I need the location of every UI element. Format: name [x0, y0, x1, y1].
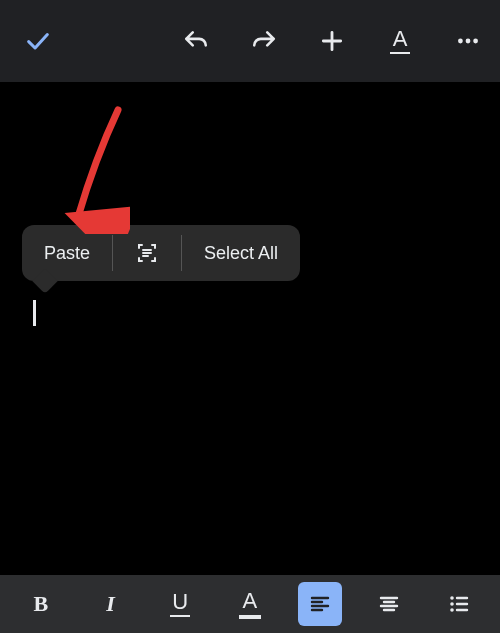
paste-button[interactable]: Paste [22, 225, 112, 281]
scan-text-icon [135, 241, 159, 265]
svg-point-5 [450, 608, 454, 612]
svg-point-2 [473, 39, 478, 44]
svg-point-0 [458, 39, 463, 44]
plus-icon [319, 28, 345, 54]
text-format-icon: A [390, 28, 410, 54]
align-center-button[interactable] [367, 582, 411, 626]
align-left-button[interactable] [298, 582, 342, 626]
text-color-icon: A [239, 590, 261, 619]
bulleted-list-icon [447, 592, 471, 616]
confirm-button[interactable] [24, 27, 52, 55]
scan-text-button[interactable] [113, 225, 181, 281]
check-icon [24, 26, 52, 56]
format-toolbar: B I U A [0, 575, 500, 633]
svg-point-1 [466, 39, 471, 44]
top-toolbar: A [0, 0, 500, 82]
more-menu-button[interactable] [454, 27, 482, 55]
redo-icon [251, 28, 277, 54]
svg-point-3 [450, 596, 454, 600]
text-cursor [33, 300, 36, 326]
undo-button[interactable] [182, 27, 210, 55]
annotation-arrow [60, 104, 130, 234]
italic-icon: I [106, 593, 115, 615]
text-format-button[interactable]: A [386, 27, 414, 55]
bold-icon: B [34, 593, 49, 615]
insert-button[interactable] [318, 27, 346, 55]
underline-icon: U [170, 591, 190, 617]
italic-button[interactable]: I [89, 582, 133, 626]
more-horizontal-icon [455, 28, 481, 54]
top-toolbar-actions: A [182, 27, 482, 55]
select-all-button[interactable]: Select All [182, 225, 300, 281]
undo-icon [183, 28, 209, 54]
align-left-icon [308, 592, 332, 616]
svg-point-4 [450, 602, 454, 606]
bulleted-list-button[interactable] [437, 582, 481, 626]
redo-button[interactable] [250, 27, 278, 55]
underline-button[interactable]: U [158, 582, 202, 626]
text-color-button[interactable]: A [228, 582, 272, 626]
document-editor[interactable]: Paste Select All [0, 82, 500, 575]
bold-button[interactable]: B [19, 582, 63, 626]
align-center-icon [377, 592, 401, 616]
context-menu: Paste Select All [22, 225, 300, 281]
